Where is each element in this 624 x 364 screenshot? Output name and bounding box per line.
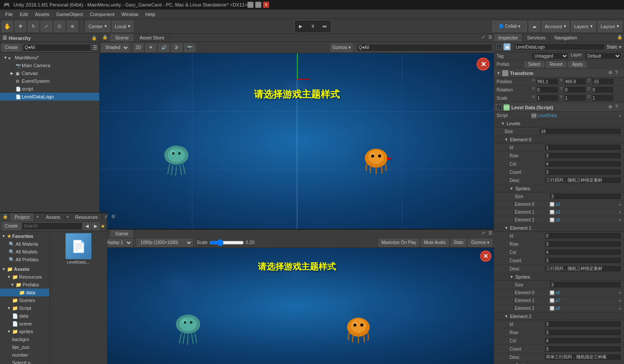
game-tab[interactable]: Game: [110, 230, 134, 237]
tree-item-maincamera[interactable]: 📷 Main Camera: [0, 62, 99, 69]
leveldata-info-btn[interactable]: ?: [615, 104, 621, 110]
project-tab-resources[interactable]: Resources: [71, 213, 103, 221]
sprites-lijie[interactable]: lijie_zuo: [0, 343, 49, 351]
data-folder[interactable]: 📁 data: [0, 289, 49, 296]
element2-header[interactable]: ▼ Element 2: [494, 312, 624, 320]
maximize-on-play-btn[interactable]: Maximize On Play: [378, 239, 419, 247]
prefabs-folder[interactable]: ▼ 📁 Prefabs: [0, 281, 49, 289]
mute-audio-btn[interactable]: Mute Audio: [421, 239, 448, 247]
2d-toggle[interactable]: 2D: [133, 43, 143, 52]
element0-header[interactable]: ▼ Element 0: [494, 136, 624, 143]
rotate-tool[interactable]: ↻: [28, 21, 39, 32]
play-button[interactable]: ▶: [295, 21, 306, 32]
revert-button[interactable]: Revert: [546, 61, 566, 68]
leveldata-checkbox[interactable]: [497, 105, 502, 110]
e2-sprites-header[interactable]: ▼ Sprites: [494, 361, 624, 364]
tree-item-leveldatalogo[interactable]: 📄 LevelDataLogo: [0, 93, 99, 101]
all-materials[interactable]: 🔍 All Materia: [0, 240, 49, 248]
level-data-asset[interactable]: 📄 LevelDataL...: [52, 233, 105, 264]
minimize-button[interactable]: ─: [247, 2, 254, 8]
scale-x[interactable]: [536, 94, 559, 101]
element1-header[interactable]: ▼ Element 1: [494, 224, 624, 232]
cloud-button[interactable]: ☁: [529, 21, 540, 32]
sprites-number[interactable]: number: [0, 351, 49, 359]
sprites-backgro[interactable]: backgro: [0, 335, 49, 343]
inspector-tab-navigation[interactable]: Navigation: [550, 34, 582, 42]
menu-gameobject[interactable]: GameObject: [53, 11, 87, 18]
e1-sprites-header[interactable]: ▼ Sprites: [494, 273, 624, 281]
e2-col-field[interactable]: [544, 337, 621, 344]
e1-sprites-size-field[interactable]: [549, 281, 621, 288]
camera-btn[interactable]: 📷: [184, 43, 195, 52]
all-models[interactable]: 🔍 All Models: [0, 248, 49, 256]
center-dropdown[interactable]: Center ▾: [85, 21, 110, 32]
scenes-folder[interactable]: 📁 Scenes: [0, 296, 49, 304]
hand-tool[interactable]: ✋: [2, 21, 13, 32]
all-prefabs[interactable]: 🔍 All Prefabs: [0, 256, 49, 263]
e0-count-field[interactable]: [544, 169, 621, 176]
hierarchy-search[interactable]: [23, 44, 91, 52]
close-button[interactable]: ✕: [263, 2, 269, 8]
project-nav-back[interactable]: ◀: [83, 222, 91, 230]
scene-tab-assetstore[interactable]: Asset Store: [134, 34, 170, 42]
e1-desc-field[interactable]: [544, 265, 621, 272]
e0-sprites-size-field[interactable]: [549, 193, 621, 200]
e2-desc-field[interactable]: [544, 354, 621, 361]
scale-slider[interactable]: [209, 240, 244, 246]
collab-button[interactable]: 🔵 Collab ▾: [492, 21, 527, 32]
effects-btn[interactable]: 🌫: [171, 43, 182, 52]
game-gizmos-btn[interactable]: Gizmos ▾: [468, 239, 492, 247]
levels-header[interactable]: ▼ Levels: [494, 120, 624, 127]
tree-item-mainmenu[interactable]: ▼ ▸ MainMenu*: [0, 54, 99, 62]
rotation-x[interactable]: [536, 86, 559, 93]
tree-item-script[interactable]: 📄 script: [0, 85, 99, 93]
game-view[interactable]: 请选择游戏主题样式: [100, 248, 494, 364]
menu-assets[interactable]: Assets: [32, 11, 53, 18]
scene-close-btn[interactable]: ✕: [477, 58, 490, 71]
e2-id-field[interactable]: [544, 321, 621, 328]
assets-header[interactable]: ▼ 📁 Assets: [0, 265, 49, 273]
asset-icon-leveldatal[interactable]: 📄: [65, 233, 91, 259]
menu-edit[interactable]: Edit: [16, 11, 32, 18]
project-tab-assets[interactable]: Assets: [42, 213, 65, 221]
game-menu-icon[interactable]: ☰: [487, 230, 494, 237]
transform-section[interactable]: ▼ Transform ⚙ ?: [494, 69, 624, 78]
menu-window[interactable]: Window: [118, 11, 142, 18]
move-tool[interactable]: ✥: [15, 21, 26, 32]
scene-search[interactable]: [357, 44, 492, 52]
audio-btn[interactable]: 🔊: [158, 43, 169, 52]
project-tab-project[interactable]: Project: [10, 213, 34, 221]
e2-row-field[interactable]: [544, 329, 621, 336]
favorites-header[interactable]: ▼ ★ Favorites: [0, 232, 49, 240]
game-maximize-icon[interactable]: ⤢: [480, 230, 487, 237]
shading-mode-select[interactable]: Shaded: [101, 43, 130, 52]
inspector-tab-services[interactable]: Services: [523, 34, 550, 42]
step-button[interactable]: ⏭: [319, 21, 331, 32]
menu-component[interactable]: Component: [86, 11, 118, 18]
e1-row-field[interactable]: [544, 240, 621, 247]
e2-count-field[interactable]: [544, 345, 621, 352]
e0-id-field[interactable]: [544, 144, 621, 151]
position-z[interactable]: [592, 78, 614, 85]
e1-col-field[interactable]: [544, 249, 621, 256]
project-menu-icon[interactable]: ☰: [110, 213, 117, 221]
pause-button[interactable]: ⏸: [307, 21, 318, 32]
project-maximize-icon[interactable]: ⤢: [103, 213, 110, 221]
resources-folder[interactable]: ▼ 📁 Resources: [0, 273, 49, 281]
menu-file[interactable]: File: [2, 11, 16, 18]
levels-size-field[interactable]: [539, 128, 621, 135]
static-dropdown[interactable]: ▾: [619, 45, 621, 49]
project-create-btn[interactable]: Create: [2, 222, 21, 230]
layers-dropdown[interactable]: Layers ▾: [571, 21, 596, 32]
project-nav-fwd[interactable]: ▶: [92, 222, 100, 230]
hierarchy-create-btn[interactable]: Create: [2, 44, 21, 52]
rect-tool[interactable]: ⊡: [54, 21, 65, 32]
project-search[interactable]: [22, 222, 82, 230]
stats-btn[interactable]: Stats: [451, 239, 467, 247]
rotation-y[interactable]: [564, 86, 586, 93]
tree-item-canvas[interactable]: ▶ ▣ Canvas: [0, 69, 99, 77]
e0-row-field[interactable]: [544, 152, 621, 159]
game-close-btn[interactable]: ✕: [480, 250, 491, 262]
scale-z[interactable]: [592, 94, 614, 101]
inspector-tab-inspector[interactable]: Inspector: [494, 34, 523, 42]
